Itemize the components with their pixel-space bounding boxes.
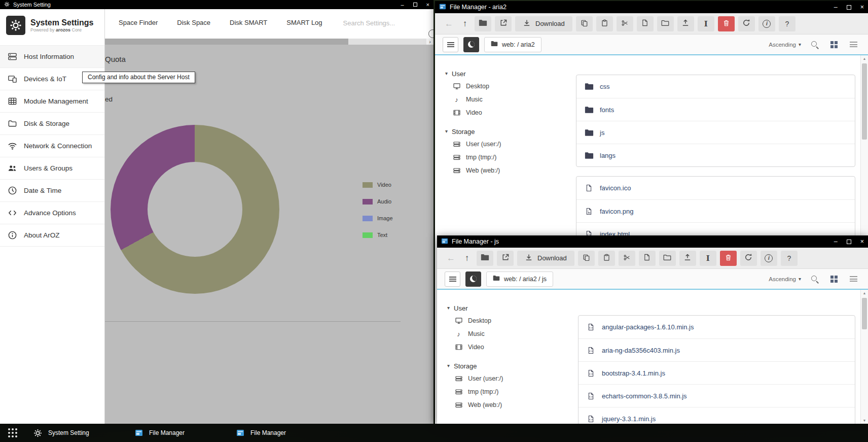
sidebar-item-module-management[interactable]: Module Management xyxy=(0,90,104,113)
file-row-aria-ng[interactable]: aria-ng-da5356c403.min.js xyxy=(578,338,855,361)
delete-button[interactable] xyxy=(720,251,737,266)
fm1-titlebar[interactable]: File Manager - aria2 – × xyxy=(435,1,868,13)
list-view-button[interactable] xyxy=(848,41,859,49)
scroll-up-icon[interactable]: ▲ xyxy=(861,291,868,295)
taskbar-item-file-manager-1[interactable]: File Manager xyxy=(127,424,228,442)
help-button[interactable]: ? xyxy=(779,16,795,31)
sidebar-item-host-information[interactable]: Host Information xyxy=(0,46,104,68)
scrollbar-thumb[interactable] xyxy=(862,63,867,140)
sidebar-item-disk-storage[interactable]: Disk & Storage xyxy=(0,113,104,135)
open-folder-button[interactable] xyxy=(475,16,491,31)
search-button[interactable] xyxy=(809,275,820,283)
copy-button[interactable] xyxy=(578,251,595,266)
open-in-new-button[interactable] xyxy=(495,16,512,31)
help-button[interactable]: ? xyxy=(781,251,798,266)
open-in-new-button[interactable] xyxy=(497,251,514,266)
tree-item-web-drive[interactable]: Web (web:/) xyxy=(447,398,573,412)
tree-item-user-drive[interactable]: User (user:/) xyxy=(445,138,571,151)
minimize-button[interactable]: – xyxy=(834,4,838,11)
menu-button[interactable] xyxy=(445,271,460,287)
tab-smart-log[interactable]: SMART Log xyxy=(277,13,332,32)
fm2-titlebar[interactable]: File Manager - js – × xyxy=(437,235,868,248)
tree-item-desktop[interactable]: Desktop xyxy=(445,80,571,93)
tree-item-tmp-drive[interactable]: tmp (tmp:/) xyxy=(447,385,573,398)
tab-space-finder[interactable]: Space Finder xyxy=(109,13,167,32)
file-row-jquery[interactable]: jquery-3.3.1.min.js xyxy=(578,407,855,424)
close-button[interactable]: × xyxy=(426,2,429,8)
tree-section-storage[interactable]: ▾Storage xyxy=(445,125,571,138)
sidebar-item-about-aroz[interactable]: About ArOZ xyxy=(0,224,104,247)
tab-disk-space[interactable]: Disk Space xyxy=(167,13,220,32)
rename-button[interactable]: I xyxy=(700,251,716,266)
refresh-button[interactable] xyxy=(738,16,755,31)
back-button[interactable]: ← xyxy=(445,251,457,266)
cut-button[interactable] xyxy=(617,16,633,31)
apps-launcher-button[interactable] xyxy=(0,424,25,442)
maximize-button[interactable] xyxy=(413,3,417,7)
new-file-button[interactable] xyxy=(637,16,654,31)
new-folder-button[interactable] xyxy=(659,251,676,266)
dark-mode-button[interactable] xyxy=(465,271,481,287)
file-row-js[interactable]: js xyxy=(576,121,855,144)
tree-item-tmp-drive[interactable]: tmp (tmp:/) xyxy=(445,151,571,164)
new-folder-button[interactable] xyxy=(657,16,674,31)
sort-order-dropdown[interactable]: Ascending▾ xyxy=(769,42,801,48)
cut-button[interactable] xyxy=(619,251,635,266)
tab-scrollbar[interactable]: › xyxy=(105,39,433,45)
tree-item-user-drive[interactable]: User (user:/) xyxy=(447,372,573,385)
search-button[interactable] xyxy=(809,41,820,49)
upload-button[interactable] xyxy=(677,16,694,31)
sort-order-dropdown[interactable]: Ascending▾ xyxy=(769,276,801,282)
tab-disk-smart[interactable]: Disk SMART xyxy=(220,13,277,32)
list-view-button[interactable] xyxy=(848,275,859,283)
sidebar-item-network-connection[interactable]: Network & Connection xyxy=(0,135,104,157)
search-settings-input[interactable] xyxy=(343,19,414,27)
breadcrumb[interactable]: web: / aria2 xyxy=(484,37,541,52)
tree-item-video[interactable]: Video xyxy=(447,341,573,354)
grid-view-button[interactable] xyxy=(828,41,840,48)
download-button[interactable]: Download xyxy=(515,16,572,31)
refresh-button[interactable] xyxy=(740,251,757,266)
minimize-button[interactable]: – xyxy=(401,2,404,8)
menu-button[interactable] xyxy=(443,37,458,52)
open-folder-button[interactable] xyxy=(477,251,493,266)
back-button[interactable]: ← xyxy=(443,16,455,31)
taskbar-item-system-setting[interactable]: System Setting xyxy=(25,424,127,442)
tab-scrollbar-thumb[interactable] xyxy=(105,39,348,45)
scroll-down-icon[interactable]: ▼ xyxy=(861,419,868,422)
tree-item-music[interactable]: ♪Music xyxy=(445,93,571,106)
tree-item-music[interactable]: ♪Music xyxy=(447,327,573,341)
taskbar-item-file-manager-2[interactable]: File Manager xyxy=(228,424,330,442)
upload-button[interactable] xyxy=(679,251,696,266)
copy-button[interactable] xyxy=(576,16,593,31)
file-row-echarts[interactable]: echarts-common-3.8.5.min.js xyxy=(578,384,855,407)
scroll-up-icon[interactable]: ▲ xyxy=(861,57,868,60)
breadcrumb[interactable]: web: / aria2 / js xyxy=(486,271,553,287)
sidebar-item-advance-options[interactable]: Advance Options xyxy=(0,202,104,224)
close-button[interactable]: × xyxy=(860,4,864,11)
file-row-favicon-png[interactable]: favicon.png xyxy=(576,199,855,222)
tree-item-video[interactable]: Video xyxy=(445,106,571,119)
paste-button[interactable] xyxy=(596,16,613,31)
tree-section-user[interactable]: ▾User xyxy=(445,67,571,80)
grid-view-button[interactable] xyxy=(828,276,840,283)
paste-button[interactable] xyxy=(598,251,615,266)
maximize-button[interactable] xyxy=(847,240,851,244)
info-button[interactable]: i xyxy=(758,16,775,31)
dark-mode-button[interactable] xyxy=(463,37,479,52)
scrollbar-thumb[interactable] xyxy=(862,298,867,329)
rename-button[interactable]: I xyxy=(698,16,714,31)
fm2-scrollbar[interactable]: ▲ ▼ xyxy=(860,290,868,424)
file-row-bootstrap[interactable]: bootstrap-3.4.1.min.js xyxy=(578,361,855,384)
settings-titlebar[interactable]: System Setting – × xyxy=(0,0,433,9)
up-button[interactable]: ↑ xyxy=(459,16,471,31)
sidebar-item-users-groups[interactable]: Users & Groups xyxy=(0,157,104,180)
tree-item-desktop[interactable]: Desktop xyxy=(447,314,573,327)
file-row-css[interactable]: css xyxy=(576,75,855,98)
tree-item-web-drive[interactable]: Web (web:/) xyxy=(445,164,571,177)
close-button[interactable]: × xyxy=(860,239,864,245)
minimize-button[interactable]: – xyxy=(834,239,838,245)
maximize-button[interactable] xyxy=(847,5,851,10)
file-row-fonts[interactable]: fonts xyxy=(576,98,855,121)
tree-section-user[interactable]: ▾User xyxy=(447,302,573,314)
